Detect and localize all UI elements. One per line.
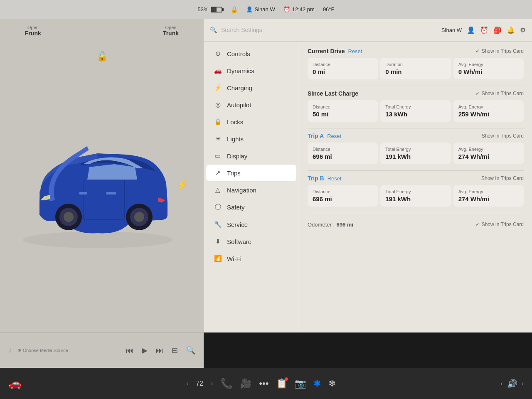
divider-3 (308, 170, 524, 171)
sidebar-item-controls[interactable]: ⊙ Controls (206, 45, 296, 62)
trip-b-avg-energy-label: Avg. Energy (458, 189, 519, 194)
play-button[interactable]: ▶ (142, 346, 148, 355)
trip-a-reset[interactable]: Reset (327, 133, 341, 139)
car-svg: ⚡ (15, 119, 189, 252)
choose-media-label[interactable]: ✱ Choose Media Source (18, 348, 120, 353)
charging-label: Charging (227, 84, 252, 91)
lights-icon: ☀ (214, 135, 222, 143)
navigation-label: Navigation (227, 187, 256, 194)
frunk-name: Frunk (25, 30, 41, 37)
dynamics-label: Dynamics (227, 67, 254, 74)
trunk-label[interactable]: Open Trunk (163, 25, 179, 37)
trip-a-distance-value: 696 mi (313, 153, 373, 160)
prev-button[interactable]: ⏮ (126, 346, 133, 355)
svg-rect-8 (106, 192, 116, 195)
volume-icon[interactable]: 🔊 (507, 379, 517, 389)
battery-icon (211, 7, 222, 12)
sidebar-item-charging[interactable]: ⚡ Charging (206, 79, 296, 96)
current-drive-section: Current Drive Reset ✓ Show in Trips Card… (308, 48, 524, 79)
sidebar-item-navigation[interactable]: △ Navigation (206, 182, 296, 198)
trunk-name: Trunk (163, 30, 179, 37)
trip-a-distance-label: Distance (313, 147, 373, 152)
trip-b-reset[interactable]: Reset (328, 175, 342, 182)
trip-a-show-trips: Show in Trips Card (482, 133, 524, 139)
temp-increase-arrow[interactable]: › (211, 380, 213, 387)
divider-2 (308, 128, 524, 128)
current-drive-distance-box: Distance 0 mi (308, 58, 378, 79)
since-last-charge-section: Since Last Charge ✓ Show in Trips Card D… (308, 90, 524, 122)
header-settings-icon: ⚙ (520, 26, 526, 34)
bluetooth-icon[interactable]: ✱ (313, 378, 321, 389)
search-icon: 🔍 (210, 27, 217, 33)
right-nav-arrow[interactable]: › (522, 380, 524, 387)
clock-icon: ⏰ (283, 6, 290, 12)
trip-a-avg-energy-box: Avg. Energy 274 Wh/mi (453, 143, 524, 164)
slc-distance-box: Distance 50 mi (308, 100, 378, 122)
screenshot-icon[interactable]: 📷 (295, 378, 306, 389)
search-placeholder[interactable]: Search Settings (221, 27, 437, 33)
sidebar-item-software[interactable]: ⬇ Software (206, 233, 296, 250)
header-icons: Sihan W 👤 ⏰ 🎒 🔔 ⚙ (441, 26, 526, 34)
equalizer-button[interactable]: ⊟ (172, 346, 178, 355)
trip-a-energy-total-label: Total Energy (385, 147, 446, 152)
slc-energy-total-box: Total Energy 13 kWh (380, 100, 451, 122)
taskbar: 🚗 ‹ 72 › 📞 🎥 ••• 📋 📷 ✱ ❄ ‹ 🔊 › (0, 368, 532, 399)
sidebar-item-wifi[interactable]: 📶 Wi-Fi (206, 250, 296, 267)
header-bag-icon: 🎒 (493, 26, 502, 34)
service-icon: 🔧 (214, 221, 222, 228)
camera-taskbar-icon[interactable]: 🎥 (240, 378, 251, 389)
sidebar-item-lights[interactable]: ☀ Lights (206, 131, 296, 147)
lights-label: Lights (227, 135, 244, 143)
car-taskbar-icon[interactable]: 🚗 (8, 377, 22, 390)
trip-b-stats: Distance 696 mi Total Energy 191 kWh Avg… (308, 185, 524, 207)
username-display: Sihan W (255, 6, 275, 12)
right-panel: 🔍 Search Settings Sihan W 👤 ⏰ 🎒 🔔 ⚙ ⊙ Co… (204, 19, 532, 332)
odometer-value: 696 mi (336, 222, 353, 228)
sidebar-item-service[interactable]: 🔧 Service (206, 216, 296, 233)
sidebar-item-trips[interactable]: ↗ Trips (206, 165, 296, 181)
sidebar-item-autopilot[interactable]: ◎ Autopilot (206, 96, 296, 113)
safety-label: Safety (227, 204, 245, 211)
left-nav-arrow[interactable]: ‹ (500, 380, 502, 387)
battery-percentage: 53% (198, 6, 209, 12)
since-last-charge-title: Since Last Charge (308, 90, 358, 97)
software-icon: ⬇ (214, 238, 222, 245)
main-container: Open Frunk Open Trunk 🔓 (0, 19, 532, 332)
user-icon: 👤 (246, 6, 253, 12)
current-drive-duration-value: 0 min (385, 68, 446, 75)
slc-avg-energy-label: Avg. Energy (458, 104, 519, 109)
playback-controls: ⏮ ▶ ⏭ ⊟ 🔍 (126, 346, 195, 355)
temp-decrease-arrow[interactable]: ‹ (186, 380, 188, 387)
trips-icon: ↗ (214, 169, 222, 177)
trunk-status: Open (163, 25, 179, 30)
sidebar-item-dynamics[interactable]: 🚗 Dynamics (206, 62, 296, 79)
current-drive-distance-value: 0 mi (313, 68, 373, 75)
header-bell-icon: 🔔 (507, 26, 515, 34)
autopilot-label: Autopilot (227, 101, 251, 108)
sidebar-item-display[interactable]: ▭ Display (206, 148, 296, 164)
slc-energy-total-label: Total Energy (385, 104, 446, 109)
more-icon[interactable]: ••• (259, 378, 268, 389)
odometer-row: Odometer : 696 mi ✓ Show in Trips Card (308, 217, 524, 232)
current-drive-energy-box: Avg. Energy 0 Wh/mi (453, 58, 524, 79)
next-button[interactable]: ⏭ (156, 346, 163, 355)
fan-icon[interactable]: ❄ (328, 378, 336, 389)
frunk-label[interactable]: Open Frunk (25, 25, 41, 37)
user-info: 👤 Sihan W (246, 6, 275, 12)
svg-point-3 (64, 212, 74, 222)
search-media-button[interactable]: 🔍 (186, 346, 195, 355)
current-time: 12:42 pm (292, 6, 315, 12)
current-drive-reset[interactable]: Reset (348, 48, 362, 54)
trip-b-title: Trip B (308, 175, 324, 182)
phone-icon[interactable]: 📞 (220, 378, 233, 389)
check-icon-odo: ✓ (475, 222, 480, 227)
sidebar-item-safety[interactable]: ⓘ Safety (206, 199, 296, 216)
notes-icon-container: 📋 (276, 378, 287, 389)
header-username: Sihan W (441, 27, 462, 33)
since-last-charge-show-trips: ✓ Show in Trips Card (475, 91, 524, 96)
locks-icon: 🔒 (214, 118, 222, 126)
current-drive-show-trips: ✓ Show in Trips Card (475, 48, 524, 54)
sidebar-item-locks[interactable]: 🔒 Locks (206, 113, 296, 130)
temp-value: 72 (196, 380, 203, 387)
svg-text:⚡: ⚡ (177, 179, 188, 190)
